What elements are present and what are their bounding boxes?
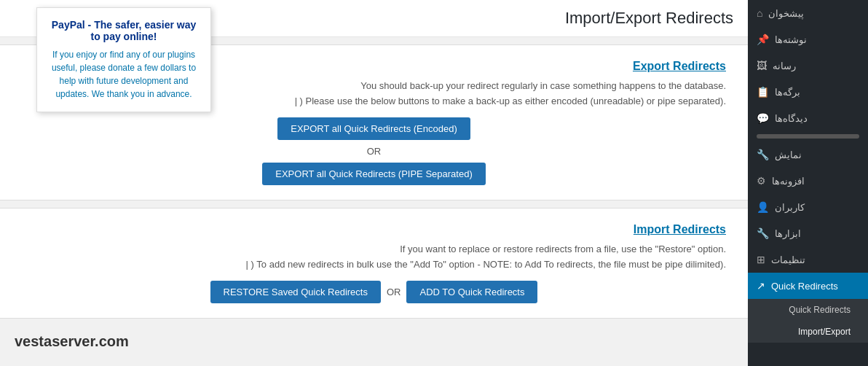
sidebar-item-plugins[interactable]: افزونه‌ها ⚙ — [748, 168, 868, 194]
sidebar-item-quick-redirects[interactable]: Quick Redirects ↗ — [748, 273, 868, 299]
sidebar-label-appearance: نمایش — [775, 149, 802, 160]
plugins-icon: ⚙ — [757, 175, 766, 187]
appearance-icon: 🔧 — [757, 149, 769, 160]
sidebar-label-settings: تنظیمات — [771, 254, 805, 265]
sidebar-item-appearance[interactable]: نمایش 🔧 — [748, 141, 868, 168]
settings-icon: ⊞ — [757, 254, 765, 265]
sidebar-label-comments: دیدگاه‌ها — [775, 113, 808, 124]
redirect-icon: ↗ — [757, 280, 765, 292]
sidebar-label-users: کاربران — [775, 202, 805, 213]
sidebar-label-tools: ابزارها — [775, 228, 801, 239]
sidebar-label-pages: برگه‌ها — [775, 87, 800, 98]
posts-icon: 📌 — [757, 34, 769, 45]
home-icon: ⌂ — [757, 7, 762, 19]
footer-brand: vestaserver.com — [0, 326, 748, 357]
sidebar-item-tools[interactable]: ابزارها 🔧 — [748, 220, 868, 246]
export-or-label: OR — [367, 146, 382, 157]
media-icon: 🖼 — [757, 60, 767, 71]
sidebar-sub-import-export[interactable]: Import/Export — [748, 321, 868, 343]
export-encoded-button[interactable]: EXPORT all Quick Redirects (Encoded) — [277, 117, 470, 140]
tools-icon: 🔧 — [757, 227, 769, 239]
comments-icon: 💬 — [757, 112, 769, 124]
restore-redirects-button[interactable]: RESTORE Saved Quick Redirects — [210, 281, 381, 303]
import-section: Import Redirects .If you want to replace… — [0, 208, 748, 319]
sidebar-item-pages[interactable]: برگه‌ها 📋 — [748, 79, 868, 105]
tooltip-popup: PayPal - The safer, easier way to pay on… — [36, 7, 211, 112]
sidebar-item-media[interactable]: رسانه 🖼 — [748, 52, 868, 79]
users-icon: 👤 — [757, 201, 769, 213]
sidebar-item-pishkhan[interactable]: پیشخوان ⌂ — [748, 0, 868, 26]
import-line1: .If you want to replace or restore redir… — [22, 244, 726, 254]
import-section-title: Import Redirects — [22, 223, 726, 236]
sidebar-item-comments[interactable]: دیدگاه‌ها 💬 — [748, 105, 868, 131]
sidebar-label-pishkhan: پیشخوان — [768, 8, 804, 19]
tooltip-paypal-title: PayPal - The safer, easier way to pay on… — [48, 19, 200, 42]
sidebar-item-users[interactable]: کاربران 👤 — [748, 194, 868, 220]
sidebar-label-quick-redirects: Quick Redirects — [771, 281, 838, 292]
import-or-label: OR — [387, 287, 401, 297]
sidebar-item-posts[interactable]: نوشته‌ها 📌 — [748, 26, 868, 52]
import-line2: .(To add new redirects in bulk use the "… — [22, 259, 726, 270]
pages-icon: 📋 — [757, 86, 769, 98]
sidebar-sub-quick-redirects[interactable]: Quick Redirects — [748, 299, 868, 321]
sidebar-label-media: رسانه — [773, 61, 796, 71]
tooltip-donate-text: If you enjoy or find any of our plugins … — [48, 48, 200, 101]
add-to-redirects-button[interactable]: ADD TO Quick Redirects — [406, 281, 537, 303]
sidebar-label-posts: نوشته‌ها — [775, 34, 807, 45]
sidebar: پیشخوان ⌂ نوشته‌ها 📌 رسانه 🖼 برگه‌ها 📋 د… — [748, 0, 868, 366]
sidebar-scrollbar — [757, 134, 859, 139]
sidebar-label-plugins: افزونه‌ها — [772, 176, 805, 187]
export-pipe-button[interactable]: EXPORT all Quick Redirects (PIPE Separat… — [262, 163, 485, 185]
sidebar-item-settings[interactable]: تنظیمات ⊞ — [748, 246, 868, 273]
